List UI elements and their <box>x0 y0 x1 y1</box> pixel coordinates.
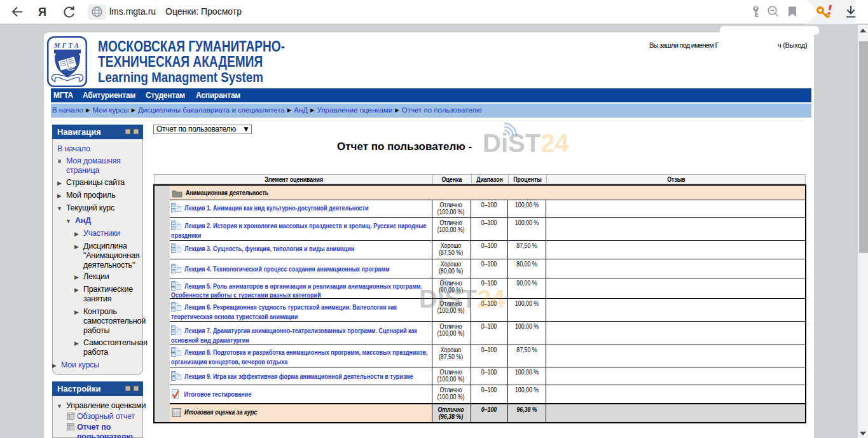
svg-text:Я: Я <box>38 6 46 18</box>
svg-text:МГТА: МГТА <box>53 42 81 49</box>
